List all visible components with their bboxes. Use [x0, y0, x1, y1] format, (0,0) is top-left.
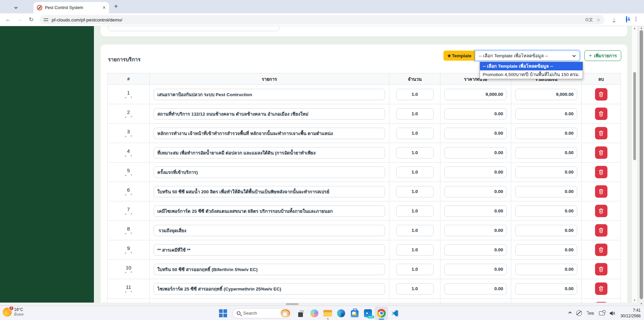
horizontal-scrollbar-thumb[interactable]	[286, 303, 299, 305]
move-down-icon[interactable]: ▼	[130, 135, 133, 138]
outlook-button[interactable]: NEW	[361, 307, 375, 320]
file-explorer-button[interactable]	[321, 307, 334, 320]
move-up-icon[interactable]: ▲	[124, 135, 127, 138]
move-down-icon[interactable]: ▼	[130, 174, 133, 177]
move-down-icon[interactable]: ▼	[130, 232, 133, 235]
move-down-icon[interactable]: ▼	[130, 116, 133, 118]
copilot-button[interactable]	[308, 307, 321, 320]
delete-row-button[interactable]	[595, 166, 607, 178]
quantity-input[interactable]	[396, 244, 434, 256]
partial-input[interactable]	[108, 26, 279, 31]
quantity-input[interactable]	[396, 89, 434, 100]
browser-menu-button[interactable]: ⋮	[633, 16, 639, 22]
quantity-input[interactable]	[396, 205, 434, 217]
delete-row-button[interactable]	[595, 263, 607, 275]
profile-button[interactable]	[626, 16, 627, 22]
unit-price-input[interactable]	[444, 264, 507, 275]
move-down-icon[interactable]: ▼	[130, 291, 133, 293]
volume-icon[interactable]	[610, 311, 615, 316]
reload-button[interactable]: ↻	[29, 16, 34, 23]
downloads-button[interactable]: ↓	[613, 16, 615, 22]
move-up-icon[interactable]: ▲	[124, 271, 127, 274]
template-button[interactable]: ★Template	[443, 51, 475, 61]
move-up-icon[interactable]: ▲	[124, 232, 127, 235]
task-view-button[interactable]	[294, 307, 308, 320]
scroll-down-icon[interactable]: ▼	[639, 302, 644, 305]
unit-price-input[interactable]	[444, 244, 507, 256]
horizontal-scrollbar[interactable]	[0, 303, 639, 306]
new-tab-button[interactable]: +	[114, 3, 118, 10]
dropdown-option[interactable]: Promotion 4,500บาท/ปี บ้านพื้นที่ไม่เกิน…	[480, 70, 583, 79]
item-input[interactable]	[154, 205, 385, 217]
quantity-input[interactable]	[396, 108, 434, 120]
unit-price-input[interactable]	[444, 283, 507, 295]
move-down-icon[interactable]: ▼	[130, 271, 133, 274]
item-input[interactable]	[154, 128, 385, 139]
move-up-icon[interactable]: ▲	[124, 193, 127, 196]
delete-row-button[interactable]	[595, 108, 607, 120]
scroll-up-icon[interactable]: ▲	[632, 27, 637, 30]
delete-row-button[interactable]	[595, 224, 607, 237]
item-input[interactable]	[154, 264, 385, 275]
dropdown-option[interactable]: -- เลือก Template เพื่อโหลดข้อมูล --	[480, 62, 583, 70]
item-input[interactable]	[154, 244, 385, 256]
scroll-down-icon[interactable]: ▼	[632, 299, 637, 302]
network-icon[interactable]	[599, 311, 605, 315]
unit-price-input[interactable]	[444, 186, 507, 197]
template-select[interactable]: -- เลือก Template เพื่อโหลดข้อมูล --	[475, 51, 580, 61]
chrome-button[interactable]	[375, 307, 388, 320]
delete-row-button[interactable]	[595, 88, 607, 101]
move-up-icon[interactable]: ▲	[124, 116, 127, 118]
unit-price-input[interactable]	[444, 128, 507, 139]
move-up-icon[interactable]: ▲	[124, 96, 127, 99]
page-scrollbar-thumb[interactable]	[633, 72, 636, 160]
move-down-icon[interactable]: ▼	[130, 193, 133, 196]
microsoft-store-button[interactable]	[348, 307, 361, 320]
quantity-input[interactable]	[396, 264, 434, 275]
do-not-disturb-icon[interactable]	[576, 310, 582, 316]
unit-price-input[interactable]	[444, 147, 507, 158]
item-input[interactable]	[154, 108, 385, 120]
tab-search-button[interactable]	[11, 3, 20, 10]
unit-price-input[interactable]	[444, 167, 507, 178]
scroll-up-icon[interactable]: ▲	[639, 26, 644, 29]
quantity-input[interactable]	[396, 167, 434, 178]
move-up-icon[interactable]: ▲	[124, 213, 127, 215]
site-info-icon[interactable]	[44, 18, 48, 22]
move-down-icon[interactable]: ▼	[130, 213, 133, 215]
taskbar-search[interactable]: Search	[232, 308, 291, 318]
unit-price-input[interactable]	[444, 108, 507, 120]
item-input[interactable]	[154, 186, 385, 197]
quantity-input[interactable]	[396, 225, 434, 236]
forward-button[interactable]: →	[17, 16, 22, 23]
edge-button[interactable]	[334, 307, 348, 320]
browser-scrollbar[interactable]: ▲ ▼	[639, 26, 644, 306]
move-up-icon[interactable]: ▲	[124, 252, 127, 254]
move-down-icon[interactable]: ▼	[130, 154, 133, 157]
delete-row-button[interactable]	[595, 205, 607, 217]
unit-price-input[interactable]	[444, 205, 507, 217]
add-row-button[interactable]: +เพิ่มรายการ	[584, 50, 621, 61]
quantity-input[interactable]	[396, 283, 434, 295]
delete-row-button[interactable]	[595, 146, 607, 159]
browser-scrollbar-thumb[interactable]	[640, 30, 643, 299]
delete-row-button[interactable]	[595, 185, 607, 198]
page-scrollbar[interactable]: ▲ ▼	[632, 26, 637, 303]
move-up-icon[interactable]: ▲	[124, 174, 127, 177]
unit-price-input[interactable]	[444, 89, 507, 100]
quantity-input[interactable]	[396, 128, 434, 139]
weather-widget[interactable]: 2 16°C มีแดด	[3, 307, 24, 317]
bookmark-star-icon[interactable]: ☆	[596, 17, 600, 22]
unit-price-input[interactable]	[444, 225, 507, 236]
delete-row-button[interactable]	[595, 127, 607, 139]
item-input[interactable]	[154, 167, 385, 178]
item-input[interactable]	[154, 89, 385, 100]
move-down-icon[interactable]: ▼	[130, 96, 133, 99]
quantity-input[interactable]	[396, 186, 434, 197]
tab-close-icon[interactable]: ×	[103, 5, 106, 10]
move-up-icon[interactable]: ▲	[124, 291, 127, 293]
hidden-icons-chevron[interactable]	[569, 312, 572, 315]
start-button[interactable]	[216, 307, 230, 320]
translate-icon[interactable]: G文	[585, 17, 593, 23]
back-button[interactable]: ←	[5, 16, 11, 23]
